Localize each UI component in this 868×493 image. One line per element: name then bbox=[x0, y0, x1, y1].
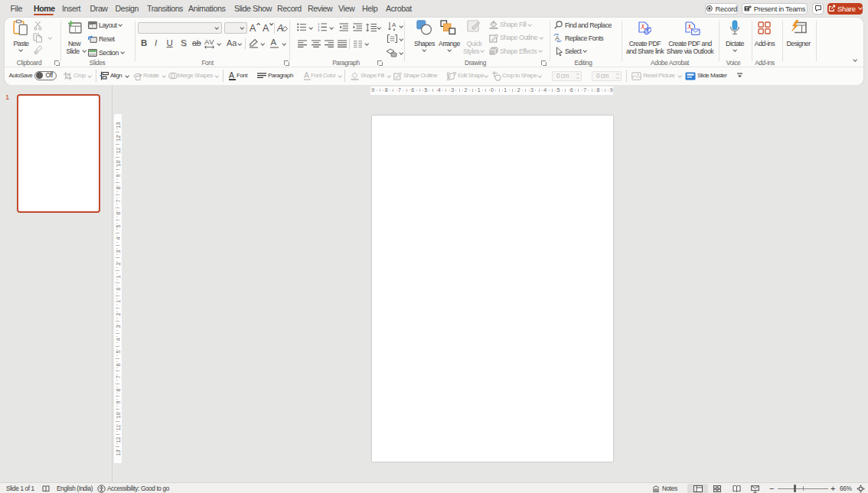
svg-text:A: A bbox=[263, 23, 269, 34]
svg-text:3: 3 bbox=[318, 28, 320, 31]
svg-text:A: A bbox=[250, 23, 256, 34]
svg-text:A: A bbox=[277, 23, 283, 34]
svg-text:T: T bbox=[746, 6, 749, 11]
svg-text:A: A bbox=[392, 21, 396, 28]
